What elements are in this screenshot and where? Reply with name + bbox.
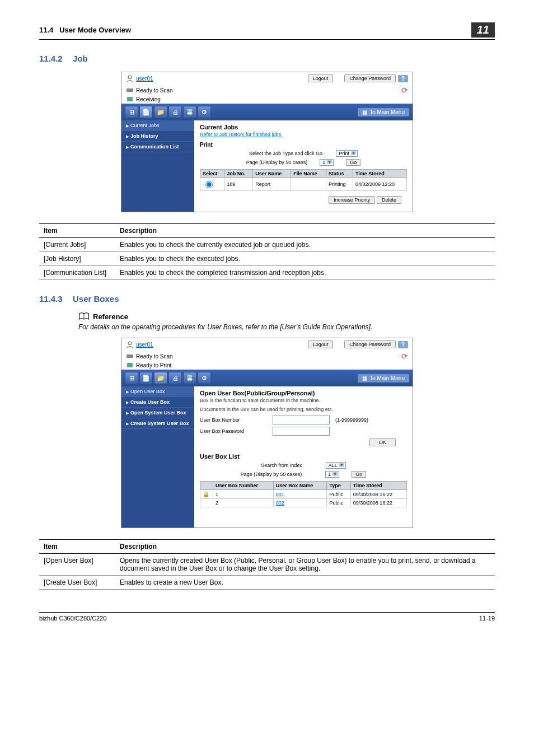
user-box-number-hint: (1-999999999) bbox=[335, 417, 368, 423]
sidebar-item-communication-list[interactable]: ▶Communication List bbox=[121, 142, 194, 152]
username-link[interactable]: user01 bbox=[136, 342, 153, 348]
delete-button[interactable]: Delete bbox=[377, 196, 401, 204]
tab-icon-3[interactable]: 📁 bbox=[154, 372, 167, 384]
to-main-menu-button[interactable]: ▦To Main Menu bbox=[358, 374, 409, 382]
page-select[interactable]: 1 bbox=[325, 471, 339, 478]
status-scan: Ready to Scan bbox=[136, 353, 173, 360]
footer-page: 11-19 bbox=[479, 615, 495, 622]
cell-status: Printing bbox=[326, 178, 353, 191]
tab-icon-6[interactable]: ⚙ bbox=[198, 372, 211, 384]
cell-type: Public bbox=[327, 499, 350, 507]
th-type: Type bbox=[327, 482, 350, 490]
th-box-number: User Box Number bbox=[213, 482, 274, 490]
job-description-table: ItemDescription [Current Jobs]Enables yo… bbox=[39, 223, 495, 280]
reference-label: Reference bbox=[93, 312, 128, 321]
th-time: Time Stored bbox=[350, 482, 406, 490]
user-box-list-title: User Box List bbox=[200, 453, 407, 460]
help-icon[interactable]: ? bbox=[398, 75, 408, 82]
go-button[interactable]: Go bbox=[346, 159, 360, 166]
tab-icon-5[interactable]: 📇 bbox=[183, 372, 196, 384]
screenshot-userbox: user01 Logout Change Password ? Ready to… bbox=[121, 338, 413, 528]
tab-icon-2[interactable]: 📄 bbox=[139, 372, 153, 384]
cell-time: 09/30/2008 16:22 bbox=[350, 490, 406, 499]
status-recv: Receiving bbox=[136, 96, 161, 102]
refresh-icon[interactable]: ⟳ bbox=[401, 352, 408, 361]
svg-rect-5 bbox=[127, 354, 133, 358]
help-icon[interactable]: ? bbox=[398, 341, 408, 348]
svg-point-4 bbox=[128, 342, 132, 345]
th-status: Status bbox=[326, 170, 353, 178]
cell-num: 1 bbox=[213, 490, 274, 499]
th-select: Select bbox=[200, 170, 224, 178]
printer-icon bbox=[126, 96, 134, 102]
box-name-link[interactable]: 001 bbox=[276, 492, 284, 497]
sidebar-item-current-jobs[interactable]: ▶Current Jobs bbox=[121, 120, 194, 131]
user-box-number-label: User Box Number bbox=[200, 417, 267, 423]
cell-time: 09/30/2008 16:22 bbox=[350, 499, 406, 507]
sidebar-item-open-system-user-box[interactable]: ▶Open System User Box bbox=[121, 408, 194, 418]
desc-comm-list: Enables you to check the completed trans… bbox=[115, 266, 495, 280]
jobs-table: Select Job No. User Name File Name Statu… bbox=[200, 169, 407, 191]
th-desc: Description bbox=[115, 224, 495, 238]
heading-title: User Boxes bbox=[73, 294, 119, 304]
logout-button[interactable]: Logout bbox=[308, 340, 334, 348]
row-radio[interactable] bbox=[205, 181, 213, 188]
box-name-link[interactable]: 002 bbox=[276, 500, 284, 506]
th-jobno: Job No. bbox=[224, 170, 253, 178]
tab-icon-4[interactable]: 🖨 bbox=[168, 372, 182, 384]
svg-point-0 bbox=[128, 76, 132, 79]
increase-priority-button[interactable]: Increase Priority bbox=[329, 196, 375, 204]
logout-button[interactable]: Logout bbox=[308, 74, 334, 82]
sidebar-item-create-user-box[interactable]: ▶Create User Box bbox=[121, 397, 194, 408]
change-password-button[interactable]: Change Password bbox=[344, 74, 396, 82]
ok-button[interactable]: OK bbox=[369, 438, 396, 446]
scanner-icon bbox=[126, 87, 134, 94]
desc-job-history: Enables you to check the executed jobs. bbox=[115, 252, 495, 266]
th-item: Item bbox=[39, 224, 115, 238]
sidebar-item-create-system-user-box[interactable]: ▶Create System User Box bbox=[121, 418, 194, 429]
tab-icon-5[interactable]: 📇 bbox=[183, 106, 196, 118]
cell-time: 04/02/2009 12:20 bbox=[353, 178, 406, 191]
tab-icon-6[interactable]: ⚙ bbox=[198, 106, 211, 118]
section-num: 11.4 bbox=[39, 26, 53, 34]
th-desc: Description bbox=[115, 540, 495, 554]
refresh-icon[interactable]: ⟳ bbox=[401, 86, 408, 95]
printer-icon bbox=[126, 362, 134, 368]
page-select[interactable]: 1 bbox=[320, 159, 334, 166]
cell-num: 2 bbox=[213, 499, 274, 507]
table-row: 189 Report Printing 04/02/2009 12:20 bbox=[200, 178, 407, 191]
tab-icon-1[interactable]: ⊞ bbox=[125, 106, 138, 118]
select-job-type-label: Select the Job Type and click Go. bbox=[249, 151, 324, 156]
page-display-label: Page (Display by 50 cases) bbox=[246, 160, 308, 165]
book-icon bbox=[78, 312, 90, 321]
table-row: 2 002 Public 09/30/2008 16:22 bbox=[200, 499, 407, 507]
cell-type: Public bbox=[327, 490, 350, 499]
user-box-password-label: User Box Password bbox=[200, 428, 267, 434]
print-subtitle: Print bbox=[200, 142, 407, 148]
history-link[interactable]: Refer to Job History for finished jobs. bbox=[200, 132, 407, 137]
cell-filename bbox=[291, 178, 326, 191]
user-box-password-input[interactable] bbox=[273, 427, 330, 436]
to-main-menu-button[interactable]: ▦To Main Menu bbox=[358, 108, 409, 116]
username-link[interactable]: user01 bbox=[136, 76, 153, 82]
tab-icon-2[interactable]: 📄 bbox=[139, 106, 153, 118]
item-current-jobs: [Current Jobs] bbox=[39, 238, 115, 252]
user-box-number-input[interactable] bbox=[273, 416, 330, 424]
job-type-select[interactable]: Print bbox=[336, 150, 358, 157]
user-icon bbox=[126, 340, 134, 348]
th-item: Item bbox=[39, 540, 115, 554]
tab-icon-1[interactable]: ⊞ bbox=[125, 372, 138, 384]
sidebar-item-job-history[interactable]: ▶Job History bbox=[121, 131, 194, 142]
go-button[interactable]: Go bbox=[352, 471, 366, 478]
item-job-history: [Job History] bbox=[39, 252, 115, 266]
change-password-button[interactable]: Change Password bbox=[344, 340, 396, 348]
item-comm-list: [Communication List] bbox=[39, 266, 115, 280]
lock-icon: 🔒 bbox=[203, 491, 209, 497]
sidebar-item-open-user-box[interactable]: ▶Open User Box bbox=[121, 386, 194, 397]
th-filename: File Name bbox=[291, 170, 326, 178]
section-title: User Mode Overview bbox=[59, 26, 131, 34]
content-title: Current Jobs bbox=[200, 124, 407, 130]
tab-icon-4[interactable]: 🖨 bbox=[168, 106, 182, 118]
tab-icon-3[interactable]: 📁 bbox=[154, 106, 167, 118]
search-index-select[interactable]: ALL bbox=[326, 462, 346, 469]
